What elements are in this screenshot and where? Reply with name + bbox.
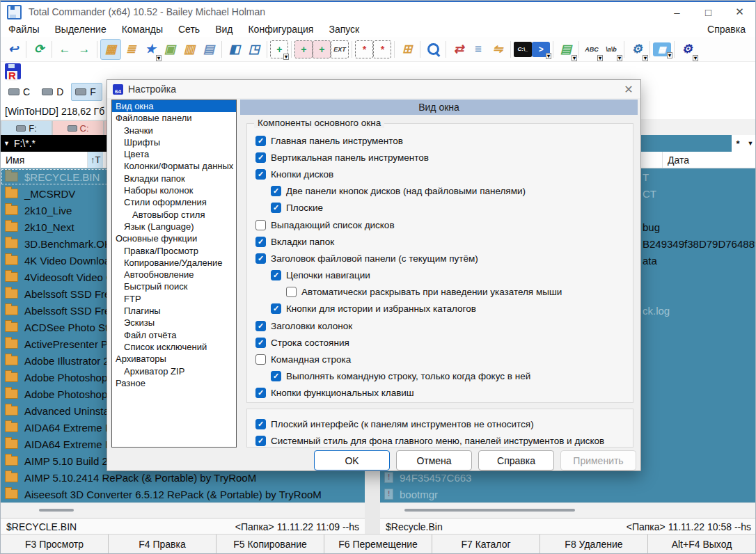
separator[interactable]	[52, 41, 52, 58]
menu-item[interactable]: Выделение	[47, 24, 113, 35]
right-horizontal-scrollbar[interactable]	[380, 502, 756, 518]
option-row[interactable]: Плоский интерфейс (к панелям инструменто…	[255, 416, 633, 432]
option-row[interactable]: Две панели кнопок дисков (над файловыми …	[271, 183, 633, 200]
checkbox[interactable]	[255, 253, 266, 264]
path-dropdown-icon[interactable]: ▼	[3, 140, 10, 147]
drive-button[interactable]: D	[38, 83, 70, 101]
history-back-icon[interactable]: ←	[55, 40, 74, 59]
scrollbar-thumb[interactable]	[404, 509, 575, 512]
image-view-icon[interactable]: ▣	[160, 40, 180, 59]
option-row[interactable]: Вкладки папок	[255, 233, 633, 250]
back-icon[interactable]: ↩	[3, 40, 23, 59]
list-view-icon[interactable]: ≣	[121, 40, 141, 59]
dialog-button[interactable]: Применить	[560, 450, 636, 470]
file-row[interactable]: bootmgr	[380, 486, 756, 502]
option-row[interactable]: Плоские	[271, 200, 633, 216]
powershell-icon[interactable]: >	[532, 42, 550, 57]
settings-gear-icon[interactable]: ⚙	[627, 40, 647, 59]
column-header-date[interactable]: Дата	[663, 152, 689, 168]
separator[interactable]	[446, 41, 446, 58]
dialog-button[interactable]: Справка	[478, 450, 554, 470]
column-header-name[interactable]: Имя	[1, 152, 88, 168]
tree-item[interactable]: Наборы колонок	[112, 184, 236, 196]
minimize-button[interactable]: –	[661, 2, 693, 22]
menu-item[interactable]: Команды	[114, 24, 171, 35]
folder-tab[interactable]: F:	[1, 120, 52, 135]
checkbox[interactable]	[271, 371, 281, 381]
option-row[interactable]: Выпадающий список дисков	[255, 216, 633, 233]
option-row[interactable]: Кнопки для истории и избранных каталогов	[271, 301, 633, 317]
menu-item[interactable]: Конфигурация	[240, 24, 321, 35]
favorites-button[interactable]: *	[734, 136, 742, 150]
tree-item[interactable]: Автовыбор стиля	[112, 209, 236, 221]
checkbox[interactable]	[255, 169, 266, 180]
copy-structure-icon[interactable]: ▥	[180, 40, 199, 59]
separator[interactable]	[674, 41, 675, 58]
option-row[interactable]: Системный стиль для фона главного меню, …	[255, 432, 633, 449]
folder-tab[interactable]: C:	[52, 120, 104, 135]
dir-tree-icon[interactable]: ⊞	[397, 40, 417, 59]
option-row[interactable]: Вертикальная панель инструментов	[255, 149, 633, 166]
function-key-button[interactable]: F7 Каталог	[432, 535, 540, 554]
tree-item[interactable]: Шрифты	[112, 136, 236, 148]
history-button[interactable]: ▼	[746, 136, 755, 150]
checkbox[interactable]	[255, 436, 266, 446]
file-row[interactable]: 94F35457C663	[380, 469, 756, 486]
tree-item[interactable]: Плагины	[112, 305, 236, 317]
tree-item[interactable]: FTP	[112, 293, 236, 305]
checkbox[interactable]	[255, 354, 266, 365]
separator[interactable]	[420, 41, 420, 58]
select-pattern-icon[interactable]: *	[373, 40, 391, 58]
drive-button[interactable]: F	[71, 83, 102, 101]
split-view-icon[interactable]: ◧	[225, 40, 244, 59]
checkbox[interactable]	[271, 203, 281, 213]
notepad-icon[interactable]: ▤	[556, 40, 576, 59]
checkbox[interactable]	[271, 270, 281, 280]
dialog-button[interactable]: Отмена	[396, 450, 472, 470]
winrar-button-icon[interactable]	[5, 63, 21, 79]
option-row[interactable]: Командная строка	[255, 351, 633, 367]
checkbox[interactable]	[255, 136, 266, 146]
option-row[interactable]: Цепочки навигации	[271, 267, 633, 284]
scrollbar-thumb[interactable]	[39, 509, 74, 512]
tree-item[interactable]: Архиватор ZIP	[112, 365, 236, 377]
maximize-button[interactable]: □	[693, 2, 724, 22]
tree-item[interactable]: Вид окна	[112, 100, 236, 112]
dialog-close-icon[interactable]: ✕	[617, 83, 640, 96]
tree-item[interactable]: Основные функции	[112, 232, 236, 244]
tree-item[interactable]: Цвета	[112, 148, 236, 160]
cmd-icon[interactable]: C:\_	[514, 42, 532, 57]
system-gears-icon[interactable]: ⚙	[677, 40, 697, 59]
menu-item-help[interactable]: Справка	[698, 24, 755, 35]
tree-item[interactable]: Файловые панели	[112, 112, 236, 124]
tree-item[interactable]: Стили оформления	[112, 196, 236, 208]
function-key-button[interactable]: Alt+F4 Выход	[648, 535, 755, 554]
left-horizontal-scrollbar[interactable]	[1, 502, 365, 518]
separator[interactable]	[291, 41, 292, 58]
checkbox[interactable]	[255, 388, 266, 398]
clipboard-abc-icon[interactable]: ABC	[582, 40, 601, 59]
tree-item[interactable]: Архиваторы	[112, 353, 236, 365]
separator[interactable]	[578, 41, 579, 58]
refresh-icon[interactable]: ⟳	[29, 40, 49, 59]
close-button[interactable]: ✕	[724, 2, 755, 22]
function-key-button[interactable]: F3 Просмотр	[1, 535, 109, 554]
separator[interactable]	[221, 41, 222, 58]
column-sort-indicator[interactable]: ↑Т	[88, 152, 103, 168]
fullscreen-icon[interactable]: ◳	[244, 40, 264, 59]
drive-button[interactable]: C	[4, 83, 36, 101]
select-file-icon[interactable]: *	[355, 40, 373, 58]
tree-item[interactable]: Копирование/Удаление	[112, 257, 236, 269]
checkbox[interactable]	[255, 419, 266, 429]
new-folder-icon[interactable]: +	[313, 40, 331, 58]
separator[interactable]	[649, 41, 650, 58]
add-button-icon[interactable]: +	[270, 40, 288, 58]
search-icon[interactable]	[423, 40, 443, 59]
checkbox[interactable]	[255, 321, 266, 331]
clipboard-ab-icon[interactable]: \a\b	[601, 40, 621, 59]
tree-item[interactable]: Язык (Language)	[112, 221, 236, 232]
sync-dirs-icon[interactable]: ⇋	[488, 40, 507, 59]
history-forward-icon[interactable]: →	[74, 40, 94, 59]
tree-item[interactable]: Файл отчёта	[112, 329, 236, 341]
option-row[interactable]: Кнопки функциональных клавиш	[255, 385, 633, 402]
